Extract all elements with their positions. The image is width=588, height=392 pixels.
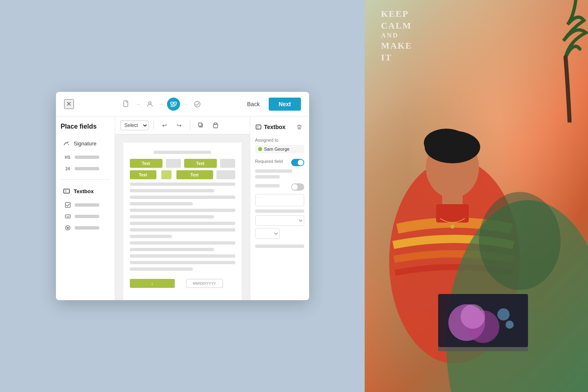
step-arrow-1: → (135, 101, 141, 107)
svg-rect-14 (198, 123, 202, 126)
panel-select-1[interactable] (255, 215, 304, 226)
close-button[interactable]: ✕ (64, 99, 74, 109)
svg-point-12 (67, 227, 69, 229)
sidebar-item-radio[interactable] (61, 222, 110, 234)
step-review[interactable] (191, 98, 204, 111)
panel-bar-3 (255, 184, 280, 187)
step-recipient[interactable] (143, 98, 156, 111)
doc-content-line-11 (130, 248, 214, 251)
doc-fields-row-1: Text Text (130, 159, 235, 168)
delete-button[interactable] (294, 122, 304, 132)
panel-textbox-icon: T (255, 124, 262, 130)
radio-bar (75, 226, 99, 229)
panel-bar-5 (255, 245, 304, 248)
undo-button[interactable]: ↩ (159, 120, 170, 131)
doc-content-line-5 (130, 209, 235, 212)
panel-title: Textbox (264, 124, 286, 130)
step-fields[interactable] (167, 98, 180, 111)
doc-content-line-9 (130, 235, 172, 238)
copy-button[interactable] (195, 120, 207, 131)
doc-field-text-2[interactable]: Text (184, 159, 217, 168)
doc-field-text-3[interactable]: Text (130, 170, 156, 179)
back-button[interactable]: Back (243, 98, 264, 110)
doc-content-line-7 (130, 222, 235, 225)
sidebar-item-checkbox[interactable] (61, 199, 110, 211)
paste-button[interactable] (210, 120, 221, 131)
doc-content-line-8 (130, 228, 235, 232)
doc-field-text-4[interactable]: Text (176, 170, 213, 179)
required-label: Required field (255, 159, 283, 164)
doc-line-top (154, 151, 212, 154)
sidebar-item-date[interactable]: 24 (61, 163, 110, 174)
doc-field-text-1[interactable]: Text (130, 159, 163, 168)
toolbar-divider-1 (154, 121, 154, 129)
panel-title-row: T Textbox (255, 124, 286, 130)
textbox-icon: T (62, 187, 71, 195)
svg-rect-0 (124, 101, 128, 107)
doc-content-line-4 (130, 202, 193, 205)
sidebar-signature-label: Signature (74, 140, 97, 147)
svg-rect-25 (436, 204, 469, 223)
second-toggle[interactable] (291, 183, 304, 191)
svg-rect-35 (438, 347, 528, 351)
required-toggle[interactable] (291, 159, 304, 166)
panel-select-2[interactable] (255, 228, 280, 239)
doc-content-line-2 (130, 189, 214, 192)
doc-content-line-6 (130, 215, 214, 218)
svg-rect-2 (171, 102, 173, 104)
checkbox-icon (64, 201, 71, 209)
panel-input-field[interactable] (255, 194, 304, 206)
assigned-label: Assigned to (255, 138, 304, 143)
sidebar-item-signature[interactable]: Signature (61, 137, 110, 150)
toolbar-divider-2 (190, 121, 190, 129)
properties-panel: T Textbox Assigned to (250, 116, 309, 300)
doc-date-field[interactable]: MM/DD/YYYY (186, 279, 223, 288)
doc-sig-field[interactable]: ↓ (130, 279, 175, 288)
laptop-screen (438, 294, 528, 351)
signature-icon (62, 139, 71, 147)
hs-bar (75, 156, 99, 159)
stepper: → → → (80, 98, 243, 111)
svg-text:T: T (257, 126, 258, 129)
svg-point-6 (194, 101, 200, 107)
doc-content-line-10 (130, 241, 235, 245)
step-document[interactable] (120, 98, 133, 111)
assigned-section: Assigned to Sam George (255, 138, 304, 153)
sidebar-divider (61, 179, 110, 180)
photo-background: KEEP CALM AND MAKE IT (365, 0, 588, 392)
date-icon: 24 (64, 165, 71, 172)
sidebar-item-dropdown[interactable] (61, 211, 110, 222)
doc-toolbar: Select ↩ ↪ (115, 116, 250, 134)
step-arrow-3: → (183, 101, 188, 107)
svg-point-34 (506, 321, 514, 329)
doc-content-line-12 (130, 254, 235, 258)
sidebar-item-textbox[interactable]: T Textbox (61, 185, 110, 198)
top-bar: ✕ → → (56, 92, 309, 116)
second-toggle-row (255, 183, 304, 191)
dropdown-bar (75, 215, 99, 218)
sidebar-textbox-label: Textbox (74, 188, 94, 194)
sidebar-item-hs[interactable]: HS (61, 151, 110, 163)
doc-content-line-13 (130, 261, 235, 264)
svg-point-1 (149, 102, 151, 104)
step-arrow-2: → (159, 101, 165, 107)
next-button[interactable]: Next (269, 98, 301, 111)
doc-content-line-14 (130, 267, 193, 271)
svg-point-26 (450, 225, 454, 229)
radio-icon (64, 224, 71, 232)
panel-bar-2 (255, 175, 280, 178)
doc-bottom-fields: ↓ MM/DD/YYYY (130, 279, 235, 288)
checkbox-bar (75, 203, 99, 207)
right-panel: KEEP CALM AND MAKE IT (365, 0, 588, 392)
doc-content-line-3 (130, 196, 235, 199)
svg-rect-16 (214, 123, 217, 125)
date-bar (75, 167, 99, 170)
document-scroll[interactable]: Text Text Text Text (115, 134, 250, 300)
toolbar-select[interactable]: Select (120, 120, 149, 130)
svg-point-28 (479, 192, 561, 290)
sidebar-title: Place fields (61, 123, 110, 130)
panel-header: T Textbox (255, 122, 304, 132)
redo-button[interactable]: ↪ (174, 120, 185, 131)
svg-rect-3 (174, 102, 176, 104)
svg-point-32 (461, 304, 485, 329)
